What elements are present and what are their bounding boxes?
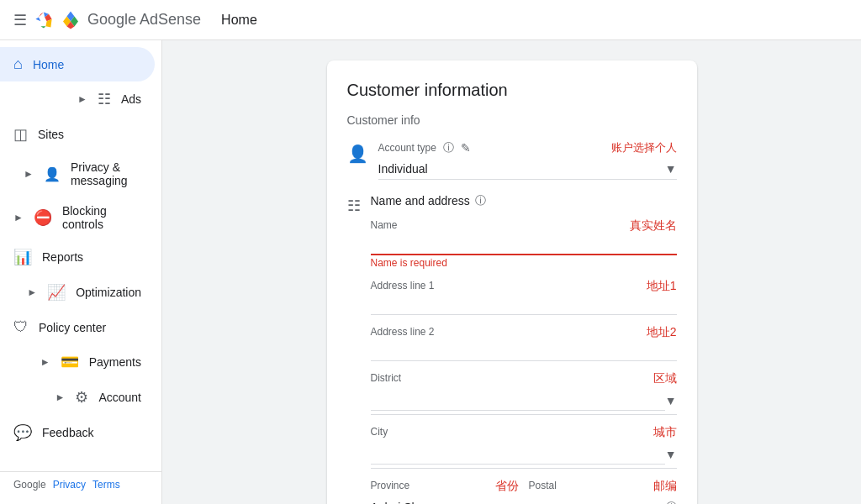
chevron-optimization-icon: ►: [27, 286, 37, 298]
address1-field-row: Address line 1 地址1: [371, 279, 677, 315]
svg-marker-5: [35, 17, 40, 21]
sidebar-label-policy: Policy center: [39, 321, 106, 334]
sidebar-label-sites: Sites: [38, 128, 64, 141]
sidebar-item-policy[interactable]: 🛡 Policy center: [0, 310, 155, 344]
province-postal-row: Province 省份 Anhui Sheng ▼: [371, 479, 677, 504]
name-label: Name: [371, 219, 398, 231]
chevron-ads-icon: ►: [77, 93, 87, 105]
optimization-icon: 📈: [47, 283, 66, 302]
sidebar-label-blocking: Blocking controls: [62, 204, 141, 231]
postal-input[interactable]: [529, 497, 666, 504]
sidebar-label-account: Account: [98, 391, 141, 404]
sidebar-item-privacy[interactable]: ► 👤 Privacy & messaging: [0, 152, 155, 196]
svg-marker-6: [39, 12, 44, 17]
footer-terms-link[interactable]: Terms: [92, 479, 120, 491]
province-group: Province 省份 Anhui Sheng ▼: [371, 479, 519, 504]
sidebar-label-ads: Ads: [121, 92, 141, 106]
footer-google: Google: [13, 479, 46, 491]
customer-info-section-label: Customer info: [347, 113, 677, 127]
city-chevron-icon: ▼: [665, 448, 677, 461]
address2-input[interactable]: [371, 340, 677, 361]
sidebar-item-feedback[interactable]: 💬 Feedback: [0, 415, 155, 450]
city-annotation: 城市: [653, 425, 677, 440]
address2-label: Address line 2: [371, 326, 435, 338]
name-address-info-icon[interactable]: ⓘ: [475, 193, 486, 208]
postal-label: Postal: [529, 480, 557, 491]
account-type-annotation: 账户选择个人: [611, 140, 677, 155]
home-icon: ⌂: [13, 55, 23, 73]
sidebar-item-ads[interactable]: ► ☷ Ads: [0, 81, 155, 117]
account-icon: ⚙: [75, 388, 88, 407]
account-avatar-icon: 👤: [347, 144, 368, 164]
city-label: City: [371, 426, 388, 438]
city-select[interactable]: [371, 444, 665, 465]
sidebar: ⌂ Home ► ☷ Ads ◫ Sites ► 👤 Privacy & mes…: [0, 40, 162, 504]
sidebar-item-optimization[interactable]: ► 📈 Optimization: [0, 275, 155, 310]
postal-info-icon[interactable]: ⓘ: [666, 500, 677, 504]
name-annotation: 真实姓名: [630, 218, 677, 234]
address2-annotation: 地址2: [647, 325, 677, 340]
payments-icon: 💳: [61, 353, 79, 371]
google-logo-icon: [34, 10, 54, 30]
footer: Google Privacy Terms: [0, 471, 161, 497]
sidebar-item-home[interactable]: ⌂ Home: [0, 47, 155, 81]
sidebar-item-blocking[interactable]: ► ⛔ Blocking controls: [0, 196, 155, 239]
postal-group: Postal 邮编 ⓘ Postal code is required: [529, 479, 677, 504]
district-select[interactable]: [371, 390, 665, 411]
account-type-info-icon[interactable]: ⓘ: [443, 140, 454, 155]
account-type-group: Account type ⓘ ✎ 账户选择个人 Individual ▼: [378, 140, 677, 180]
address1-label: Address line 1: [371, 280, 435, 291]
card-title: Customer information: [347, 81, 677, 100]
sidebar-item-payments[interactable]: ► 💳 Payments: [0, 344, 155, 380]
province-annotation: 省份: [495, 479, 519, 494]
city-field-row: City 城市 ▼: [371, 425, 677, 469]
district-chevron-icon: ▼: [665, 394, 677, 407]
hamburger-icon[interactable]: ☰: [13, 11, 27, 29]
sidebar-item-account[interactable]: ► ⚙ Account: [0, 380, 155, 415]
svg-marker-4: [40, 26, 45, 28]
main-content: Customer information Customer info 👤 Acc…: [162, 40, 861, 504]
name-input[interactable]: [371, 234, 677, 255]
topbar: ☰ Google AdSense Home: [0, 0, 861, 40]
sidebar-label-reports: Reports: [42, 250, 83, 264]
sidebar-label-optimization: Optimization: [76, 286, 141, 299]
address-book-icon: ☷: [347, 197, 361, 215]
postal-annotation: 邮编: [653, 479, 677, 494]
address1-input[interactable]: [371, 294, 677, 315]
sidebar-item-sites[interactable]: ◫ Sites: [0, 117, 155, 152]
account-type-label: Account type: [378, 142, 436, 154]
footer-privacy-link[interactable]: Privacy: [53, 479, 86, 491]
chevron-privacy-icon: ►: [24, 168, 34, 180]
name-address-group: Name and address ⓘ Name 真实姓名 Name is req…: [371, 193, 677, 504]
name-address-section: ☷ Name and address ⓘ Name 真实姓名 Name is r…: [347, 193, 677, 504]
address1-annotation: 地址1: [647, 279, 677, 294]
province-chevron-icon: ▼: [507, 501, 519, 505]
account-type-value: Individual: [378, 162, 428, 176]
sidebar-label-privacy: Privacy & messaging: [71, 160, 141, 187]
reports-icon: 📊: [13, 248, 32, 266]
ads-icon: ☷: [98, 90, 111, 108]
privacy-icon: 👤: [44, 166, 61, 182]
account-type-chevron-icon: ▼: [665, 162, 677, 176]
name-field-row: Name 真实姓名 Name is required: [371, 218, 677, 269]
topbar-logo: ☰ Google AdSense: [13, 10, 201, 30]
sites-icon: ◫: [13, 125, 28, 144]
blocking-icon: ⛔: [34, 208, 52, 227]
sidebar-label-home: Home: [33, 58, 64, 71]
topbar-title: Home: [221, 13, 257, 28]
sidebar-item-reports[interactable]: 📊 Reports: [0, 239, 155, 275]
feedback-icon: 💬: [13, 423, 32, 442]
address2-field-row: Address line 2 地址2: [371, 325, 677, 361]
district-field-row: District 区域 ▼: [371, 371, 677, 415]
province-label: Province: [371, 480, 410, 491]
name-address-label: Name and address: [371, 194, 470, 207]
province-select[interactable]: Anhui Sheng: [371, 497, 507, 504]
account-type-edit-icon[interactable]: ✎: [461, 141, 471, 155]
adsense-diamond-icon: [61, 10, 81, 30]
sidebar-label-feedback: Feedback: [42, 426, 93, 439]
brand-name: Google AdSense: [87, 11, 201, 29]
account-type-section: 👤 Account type ⓘ ✎ 账户选择个人 Individual ▼: [347, 140, 677, 180]
chevron-payments-icon: ►: [40, 356, 50, 368]
chevron-account-icon: ►: [55, 391, 66, 403]
district-label: District: [371, 372, 402, 384]
